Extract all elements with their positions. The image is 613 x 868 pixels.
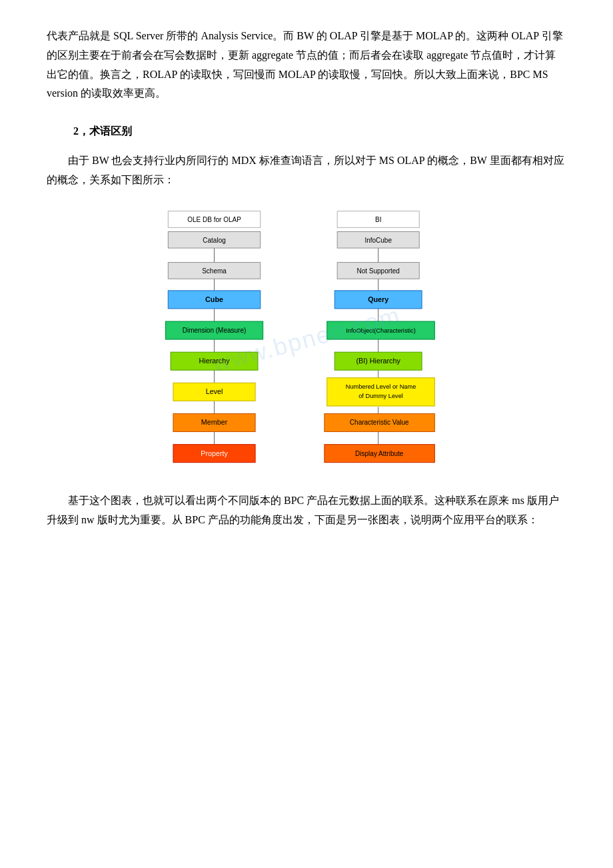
svg-text:Characteristic Value: Characteristic Value — [350, 419, 409, 426]
svg-text:(BI) Hierarchy: (BI) Hierarchy — [356, 357, 401, 365]
paragraph-2: 由于 BW 也会支持行业内所同行的 MDX 标准查询语言，所以对于 MS OLA… — [47, 151, 566, 190]
svg-text:of Dummy Level: of Dummy Level — [358, 392, 403, 399]
paragraph-1: 代表产品就是 SQL Server 所带的 Analysis Service。而… — [47, 27, 566, 103]
svg-text:Dimension (Measure): Dimension (Measure) — [183, 327, 247, 334]
diagram-container: www.bpneo.com OLE DB for OLAP BI — [93, 206, 520, 473]
svg-text:Query: Query — [368, 295, 388, 303]
concept-diagram: OLE DB for OLAP BI — [93, 206, 520, 473]
svg-text:Numbered Level or Name: Numbered Level or Name — [346, 383, 416, 390]
svg-text:Catalog: Catalog — [203, 236, 225, 243]
svg-text:InfoObject(Characteristic): InfoObject(Characteristic) — [346, 327, 416, 334]
svg-text:InfoCube: InfoCube — [364, 236, 392, 243]
svg-text:Schema: Schema — [202, 267, 227, 275]
svg-text:Hierarchy: Hierarchy — [199, 357, 231, 365]
svg-text:Property: Property — [201, 449, 228, 457]
svg-text:Cube: Cube — [205, 295, 223, 303]
paragraph-3: 基于这个图表，也就可以看出两个不同版本的 BPC 产品在元数据上面的联系。这种联… — [47, 491, 566, 530]
svg-text:OLE DB for OLAP: OLE DB for OLAP — [187, 216, 241, 223]
svg-rect-40 — [327, 377, 435, 405]
svg-text:Member: Member — [201, 418, 228, 426]
section-heading: 2，术语区别 — [73, 122, 566, 141]
main-content: 代表产品就是 SQL Server 所带的 Analysis Service。而… — [47, 27, 566, 529]
svg-text:Not Supported: Not Supported — [356, 267, 400, 275]
svg-text:Level: Level — [206, 387, 223, 395]
svg-text:Display Attribute: Display Attribute — [355, 449, 404, 457]
svg-text:BI: BI — [375, 216, 381, 223]
